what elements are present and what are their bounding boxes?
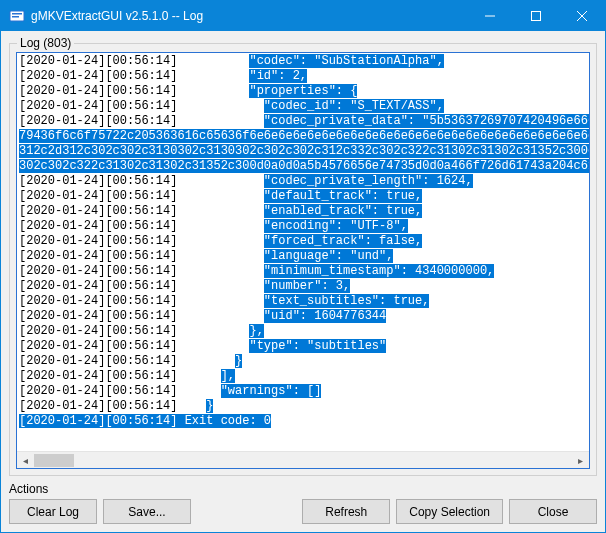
log-line: [2020-01-24][00:56:14] "text_subtitles":… [19,294,587,309]
log-line: [2020-01-24][00:56:14] }, [19,324,587,339]
actions-label: Actions [9,482,597,496]
maximize-button[interactable] [513,1,559,31]
log-line: [2020-01-24][00:56:14] } [19,399,587,414]
scroll-left-arrow-icon[interactable]: ◂ [17,452,34,469]
svg-rect-2 [12,16,19,18]
log-line: [2020-01-24][00:56:14] Exit code: 0 [19,414,587,429]
horizontal-scrollbar[interactable]: ◂ ▸ [17,451,589,468]
clear-log-button[interactable]: Clear Log [9,499,97,524]
window-frame: gMKVExtractGUI v2.5.1.0 -- Log Log (803)… [0,0,606,533]
refresh-button[interactable]: Refresh [302,499,390,524]
actions-row: Clear Log Save... Refresh Copy Selection… [9,499,597,524]
log-line: [2020-01-24][00:56:14] "language": "und"… [19,249,587,264]
log-line: [2020-01-24][00:56:14] "uid": 1604776344 [19,309,587,324]
log-container: [2020-01-24][00:56:14] "codec": "SubStat… [16,52,590,469]
scroll-thumb[interactable] [34,454,74,467]
svg-rect-1 [12,13,22,15]
log-line: [2020-01-24][00:56:14] "forced_track": f… [19,234,587,249]
log-groupbox: Log (803) [2020-01-24][00:56:14] "codec"… [9,43,597,476]
close-icon [577,11,587,21]
log-line: [2020-01-24][00:56:14] "type": "subtitle… [19,339,587,354]
app-icon [9,8,25,24]
close-button[interactable] [559,1,605,31]
copy-selection-button[interactable]: Copy Selection [396,499,503,524]
log-line: [2020-01-24][00:56:14] "codec": "SubStat… [19,54,587,69]
svg-rect-4 [532,12,541,21]
close-dialog-button[interactable]: Close [509,499,597,524]
log-line: [2020-01-24][00:56:14] "codec_private_da… [19,114,587,129]
log-line: [2020-01-24][00:56:14] "encoding": "UTF-… [19,219,587,234]
window-controls [467,1,605,31]
log-line: [2020-01-24][00:56:14] "number": 3, [19,279,587,294]
window-title: gMKVExtractGUI v2.5.1.0 -- Log [31,1,467,31]
log-line: 312c2d312c302c302c3130302c3130302c302c30… [19,144,587,159]
log-line: [2020-01-24][00:56:14] "codec_private_le… [19,174,587,189]
log-line: [2020-01-24][00:56:14] "minimum_timestam… [19,264,587,279]
maximize-icon [531,11,541,21]
client-area: Log (803) [2020-01-24][00:56:14] "codec"… [1,31,605,532]
log-line: 302c302c322c31302c31302c31352c300d0a0d0a… [19,159,587,174]
minimize-icon [485,11,495,21]
scroll-track[interactable] [34,452,572,469]
titlebar[interactable]: gMKVExtractGUI v2.5.1.0 -- Log [1,1,605,31]
log-line: [2020-01-24][00:56:14] } [19,354,587,369]
log-textarea[interactable]: [2020-01-24][00:56:14] "codec": "SubStat… [17,53,589,451]
log-group-label: Log (803) [17,36,74,50]
scroll-right-arrow-icon[interactable]: ▸ [572,452,589,469]
log-line: 79436f6c6f75722c205363616c65636f6e6e6e6e… [19,129,587,144]
log-line: [2020-01-24][00:56:14] "enabled_track": … [19,204,587,219]
save-button[interactable]: Save... [103,499,191,524]
log-line: [2020-01-24][00:56:14] ], [19,369,587,384]
log-line: [2020-01-24][00:56:14] "default_track": … [19,189,587,204]
log-line: [2020-01-24][00:56:14] "properties": { [19,84,587,99]
spacer [197,499,296,524]
log-line: [2020-01-24][00:56:14] "id": 2, [19,69,587,84]
minimize-button[interactable] [467,1,513,31]
log-line: [2020-01-24][00:56:14] "codec_id": "S_TE… [19,99,587,114]
log-line: [2020-01-24][00:56:14] "warnings": [] [19,384,587,399]
